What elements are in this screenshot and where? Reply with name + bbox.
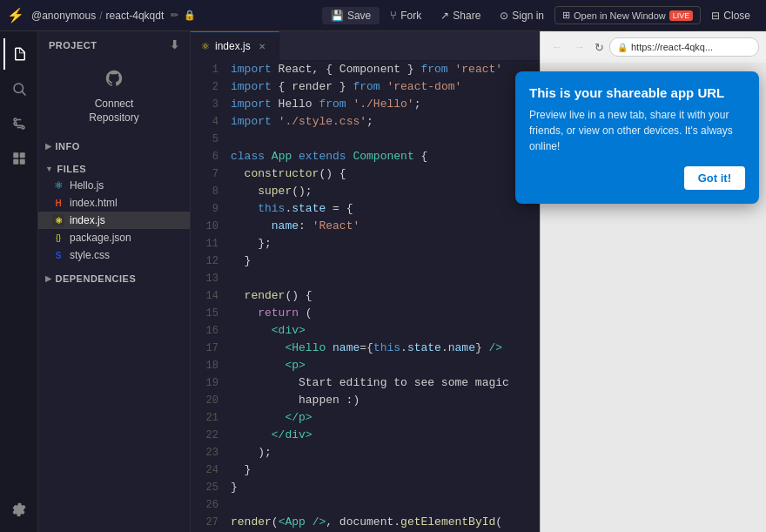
lock-icon[interactable]: 🔒: [184, 10, 196, 21]
connect-repo-text: Connect Repository: [89, 98, 138, 125]
line-number: 2: [191, 78, 218, 96]
activity-files[interactable]: [3, 38, 35, 70]
topbar-sep: /: [99, 10, 102, 22]
line-number: 7: [191, 165, 218, 183]
download-icon[interactable]: ⬇: [170, 38, 180, 51]
line-number: 6: [191, 148, 218, 165]
files-chevron-icon: ▼: [45, 165, 53, 173]
main-layout: PROJECT ⬇ Connect Repository ▶ INFO ▼ FI: [0, 31, 766, 532]
sidebar-section-files: ▼ FILES ⚛ Hello.js H index.html ⚛ index.…: [38, 158, 190, 267]
line-number: 3: [191, 96, 218, 113]
signin-button[interactable]: ⊙ Sign in: [491, 7, 553, 24]
line-number: 21: [191, 409, 218, 427]
svg-point-0: [14, 84, 24, 93]
react-file-icon: ⚛: [52, 179, 64, 192]
svg-rect-6: [19, 152, 24, 158]
connect-repository-button[interactable]: Connect Repository: [38, 58, 190, 135]
tab-close-icon[interactable]: ✕: [256, 42, 268, 51]
line-number: 8: [191, 183, 218, 200]
edit-icon[interactable]: ✏: [171, 10, 178, 21]
close-icon: ⊟: [711, 10, 720, 22]
activity-search[interactable]: [3, 73, 35, 104]
fork-button[interactable]: ⑂ Fork: [381, 6, 430, 24]
activity-extensions[interactable]: [3, 143, 35, 174]
open-new-window-button[interactable]: ⊞ Open in New Window LIVE: [554, 6, 701, 24]
tab-file-icon: ⚛: [201, 41, 210, 52]
sidebar-section-dependencies: ▶ DEPENDENCIES: [38, 267, 190, 290]
info-section-header[interactable]: ▶ INFO: [38, 138, 190, 154]
html-file-icon: H: [52, 199, 64, 208]
share-icon: ↗: [440, 10, 449, 22]
tab-index-js[interactable]: ⚛ index.js ✕: [191, 31, 279, 61]
line-number: 22: [191, 427, 218, 444]
topbar-actions: 💾 Save ⑂ Fork ↗ Share ⊙ Sign in ⊞ Open i…: [322, 6, 759, 24]
sidebar-section-info: ▶ INFO: [38, 135, 190, 158]
line-number: 18: [191, 357, 218, 374]
files-section-header[interactable]: ▼ FILES: [38, 161, 190, 177]
dependencies-section-header[interactable]: ▶ DEPENDENCIES: [38, 271, 190, 286]
line-number: 25: [191, 479, 218, 496]
js-file-icon: ⚛: [52, 214, 64, 226]
svg-line-1: [22, 91, 25, 95]
browser-forward-button[interactable]: →: [570, 37, 589, 57]
shareable-url-popup: This is your shareable app URL Preview l…: [515, 71, 759, 204]
line-number: 20: [191, 392, 218, 409]
line-number: 10: [191, 218, 218, 235]
file-index-js[interactable]: ⚛ index.js: [38, 212, 190, 229]
live-badge: LIVE: [669, 10, 694, 21]
activity-bar: [0, 31, 38, 532]
github-connect-icon: [104, 69, 124, 92]
topbar-project[interactable]: react-4qkqdt: [106, 10, 165, 22]
line-number: 17: [191, 340, 218, 357]
topbar-user[interactable]: @anonymous: [31, 10, 96, 22]
browser-bar: ← → ↻ 🔒 https://react-4qkq...: [540, 31, 766, 63]
dep-chevron-icon: ▶: [45, 274, 52, 283]
activity-git[interactable]: [3, 108, 35, 139]
sidebar-header: PROJECT ⬇: [38, 31, 190, 58]
browser-url-bar[interactable]: 🔒 https://react-4qkq...: [609, 37, 759, 57]
line-number: 23: [191, 444, 218, 461]
line-number: 14: [191, 287, 218, 305]
fork-icon: ⑂: [390, 9, 397, 22]
file-index-html[interactable]: H index.html: [38, 194, 190, 212]
line-number: 9: [191, 200, 218, 218]
css-file-icon: S: [52, 251, 64, 260]
svg-rect-8: [19, 159, 24, 165]
line-number: 15: [191, 305, 218, 322]
topbar-logo: ⚡: [7, 7, 24, 24]
browser-refresh-button[interactable]: ↻: [593, 39, 606, 56]
line-number: 26: [191, 496, 218, 514]
open-window-icon: ⊞: [562, 10, 570, 21]
topbar: ⚡ @anonymous / react-4qkqdt ✏ 🔒 💾 Save ⑂…: [0, 0, 766, 31]
line-number: 1: [191, 61, 218, 78]
github-icon: ⊙: [500, 10, 508, 22]
file-style-css[interactable]: S style.css: [38, 246, 190, 264]
json-file-icon: {}: [52, 233, 64, 242]
share-button[interactable]: ↗ Share: [432, 7, 489, 24]
browser-back-button[interactable]: ←: [548, 37, 567, 57]
line-number: 27: [191, 514, 218, 531]
popup-title: This is your shareable app URL: [529, 85, 745, 100]
file-package-json[interactable]: {} package.json: [38, 229, 190, 246]
popup-description: Preview live in a new tab, share it with…: [529, 107, 745, 154]
topbar-path: @anonymous / react-4qkqdt ✏ 🔒: [31, 10, 196, 22]
popup-got-it-button[interactable]: Got it!: [684, 166, 745, 190]
svg-rect-7: [13, 159, 18, 165]
editor-area: ⚛ index.js ✕ ⊟ ⊞ ⋯ 123456789101112131415…: [191, 31, 766, 532]
sidebar: PROJECT ⬇ Connect Repository ▶ INFO ▼ FI: [38, 31, 191, 532]
url-text: https://react-4qkq...: [631, 42, 713, 52]
line-number: 11: [191, 235, 218, 253]
line-number: 24: [191, 461, 218, 479]
save-button[interactable]: 💾 Save: [322, 7, 380, 24]
line-numbers: 1234567891011121314151617181920212223242…: [191, 61, 227, 532]
file-hello-js[interactable]: ⚛ Hello.js: [38, 177, 190, 194]
project-label: PROJECT: [49, 40, 97, 51]
line-number: 12: [191, 253, 218, 270]
line-number: 4: [191, 113, 218, 131]
close-button[interactable]: ⊟ Close: [702, 7, 759, 24]
activity-settings[interactable]: [3, 494, 35, 525]
line-number: 19: [191, 374, 218, 392]
line-number: 16: [191, 322, 218, 340]
info-chevron-icon: ▶: [45, 142, 52, 151]
line-number: 13: [191, 270, 218, 287]
